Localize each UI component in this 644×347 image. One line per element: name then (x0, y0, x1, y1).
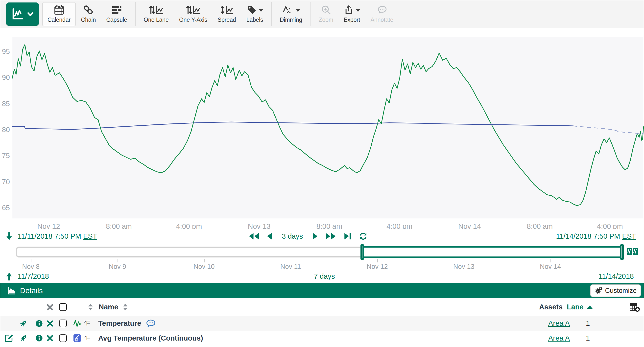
info-icon[interactable] (35, 331, 43, 345)
toolbar-button-capsule[interactable]: Capsule (101, 2, 132, 26)
y-axis-tick-label: 65 (2, 204, 10, 212)
annotation-bubble-icon[interactable] (146, 319, 156, 328)
step-to-now-icon[interactable] (344, 232, 352, 241)
toolbar-button-one-y-axis[interactable]: One Y-Axis (174, 2, 212, 26)
investigate-end-group: 11/14/2018 (598, 270, 634, 283)
step-forward-half-icon[interactable] (312, 232, 318, 241)
slider-tick (464, 259, 464, 262)
info-icon[interactable] (35, 316, 43, 331)
assets-column-header[interactable]: Assets (539, 298, 562, 316)
lanes-icon (186, 4, 201, 15)
end-datetime[interactable]: 11/14/2018 7:50 PM (556, 232, 620, 240)
restore-defaults-icon[interactable] (19, 316, 28, 331)
timezone-link[interactable]: EST (83, 232, 97, 240)
export-icon (344, 5, 354, 15)
table-row: °FTemperatureArea A1 (0, 316, 644, 331)
restore-defaults-icon[interactable] (19, 331, 28, 345)
slider-tick-label: Nov 10 (194, 263, 215, 270)
toolbar-button-label: One Y-Axis (179, 16, 207, 23)
arrow-down-icon[interactable] (4, 230, 14, 242)
toolbar-button-dimming[interactable]: Dimming (274, 2, 308, 26)
asset-link[interactable]: Area A (548, 331, 570, 345)
lane-column-header[interactable]: Lane (567, 298, 584, 316)
customize-button[interactable]: Customize (590, 284, 641, 297)
slider-handle-left[interactable] (360, 244, 364, 260)
x-axis-tick-label: Nov 13 (248, 222, 271, 229)
table-row: °FAvg Temperature (Continuous)Area A1 (0, 331, 644, 345)
zoom-icon (321, 5, 331, 15)
range-step-controls: 3 days (248, 228, 368, 244)
lane-value: 1 (583, 331, 593, 345)
row-checkbox[interactable] (59, 331, 67, 345)
sort-icon[interactable] (88, 298, 93, 316)
sort-icon[interactable] (123, 298, 128, 316)
display-range-duration[interactable]: 3 days (282, 232, 303, 240)
y-axis-tick-label: 95 (2, 48, 10, 56)
lanes-icon (148, 4, 164, 15)
toolbar-button-export[interactable]: Export (338, 2, 365, 26)
step-forward-full-icon[interactable] (325, 232, 336, 241)
slider-handle-right[interactable] (620, 244, 624, 260)
name-column-header[interactable]: Name (99, 298, 118, 316)
remove-all-icon[interactable] (46, 298, 54, 316)
remove-icon[interactable] (46, 331, 54, 345)
toolbar-separator (272, 2, 272, 26)
capsule-icon (111, 4, 122, 15)
edit-icon[interactable] (4, 331, 14, 345)
unit-label: °F (84, 316, 90, 331)
toolbar-button-label: Capsule (106, 16, 127, 23)
select-all-checkbox[interactable] (59, 298, 67, 316)
toolbar-button-calendar[interactable]: Calendar (42, 2, 76, 26)
x-axis-tick-label: 4:00 pm (386, 222, 412, 229)
caret-down-icon (259, 10, 263, 12)
toolbar-button-one-lane[interactable]: One Lane (138, 2, 174, 26)
slider-tick-label: Nov 11 (280, 263, 301, 270)
display-range-start[interactable]: 11/11/2018 7:50 PM EST (18, 232, 97, 240)
toolbar-separator (310, 2, 310, 26)
toolbar-buttons: CalendarChainCapsuleOne LaneOne Y-AxisSp… (42, 0, 398, 28)
details-title: Details (20, 286, 43, 295)
slider-tick (291, 259, 291, 262)
gears-icon (594, 287, 602, 294)
start-datetime[interactable]: 11/11/2018 7:50 PM (18, 232, 81, 240)
toolbar-separator (135, 2, 136, 26)
item-name[interactable]: Avg Temperature (Continuous) (98, 331, 203, 345)
slider-selection[interactable] (362, 246, 622, 258)
refresh-icon[interactable] (359, 232, 368, 241)
capsule-time-icon[interactable] (627, 247, 638, 256)
toolbar-button-chain[interactable]: Chain (76, 2, 101, 26)
toolbar: CalendarChainCapsuleOne LaneOne Y-AxisSp… (0, 0, 644, 28)
chevron-down-icon (26, 10, 35, 18)
toolbar-button-spread[interactable]: Spread (212, 2, 241, 26)
calendar-icon (54, 4, 64, 15)
step-back-full-icon[interactable] (248, 232, 260, 241)
trend-chart[interactable]: 65707580859095Nov 128:00 am4:00 pmNov 13… (0, 28, 644, 229)
x-axis-tick-label: 4:00 pm (176, 222, 202, 229)
timezone-link[interactable]: EST (622, 232, 636, 240)
lane-sort-asc-icon[interactable] (587, 298, 592, 316)
display-range-end[interactable]: 11/14/2018 7:50 PM EST (556, 232, 636, 240)
asset-link[interactable]: Area A (548, 316, 570, 331)
add-column-icon[interactable] (629, 298, 640, 316)
x-axis-tick-label: 8:00 am (527, 222, 553, 229)
x-axis-tick-label: 8:00 am (316, 222, 342, 229)
unit-label: °F (84, 331, 90, 345)
slider-tick-label: Nov 13 (453, 263, 474, 270)
investigate-range-slider: Nov 8Nov 9Nov 10Nov 11Nov 12Nov 13Nov 14 (0, 244, 644, 270)
trend-icon (11, 8, 25, 20)
worksheet-view-dropdown[interactable] (6, 2, 39, 26)
calculated-signal-icon (73, 331, 82, 345)
arrow-up-icon[interactable] (4, 271, 14, 282)
row-checkbox[interactable] (59, 316, 67, 331)
investigate-start-date[interactable]: 11/7/2018 (18, 272, 49, 280)
toolbar-button-label: Zoom (319, 16, 333, 23)
toolbar-button-labels[interactable]: Labels (241, 2, 268, 26)
toolbar-button-label: One Lane (144, 16, 169, 23)
step-back-half-icon[interactable] (266, 232, 272, 241)
investigate-end-date[interactable]: 11/14/2018 (598, 272, 634, 280)
investigate-duration[interactable]: 7 days (314, 272, 335, 280)
signal-icon (73, 316, 82, 331)
item-name[interactable]: Temperature (98, 316, 156, 331)
remove-icon[interactable] (46, 316, 54, 331)
slider-tick-label: Nov 14 (540, 263, 561, 270)
